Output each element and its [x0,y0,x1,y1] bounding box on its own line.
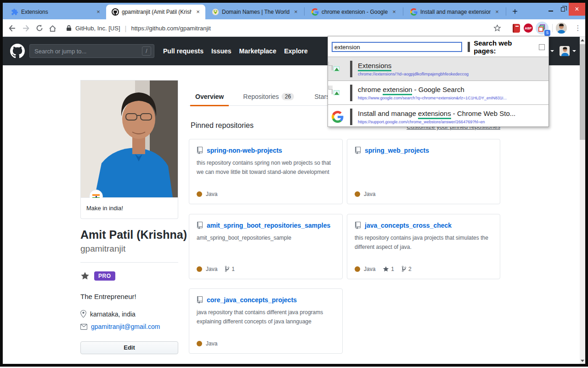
github-avatar[interactable] [560,46,570,56]
godaddy-icon [212,8,219,16]
browser-tab-github-active[interactable]: gpamitranjit (Amit Patil (Krishna [106,5,205,19]
result-title: chrome extension - Google Search [358,86,507,93]
profile-email-link[interactable]: gpamitranjit@gmail.com [91,323,160,330]
dictionary-extension-button[interactable] [511,23,522,34]
tab-separator [506,7,506,16]
security-chip: GitHub, Inc. [US] [75,25,120,32]
forward-icon [22,24,30,32]
search-web-pages-checkbox[interactable] [539,44,545,50]
tab-close-icon[interactable] [292,8,300,16]
pro-badge: PRO [94,271,115,281]
scroll-down-icon[interactable] [580,357,585,364]
browser-toolbar: GitHub, Inc. [US] | https://github.com/g… [3,19,585,37]
home-icon [49,24,57,32]
user-menu-caret-icon[interactable] [572,50,576,52]
profile-photo[interactable] [80,80,178,198]
minimize-icon [548,11,553,12]
github-logo[interactable] [10,44,25,58]
repo-card: java_concepts_cross_check this repositor… [347,214,500,279]
restore-icon [561,7,565,12]
bookmark-star-button[interactable] [492,23,503,34]
forward-button[interactable] [20,23,31,34]
repo-link[interactable]: java_concepts_cross_check [365,222,452,229]
popup-result-webstore-help[interactable]: Install and manage extensions - Chrome W… [328,104,548,128]
slash-key-hint: / [142,46,151,56]
pro-row: PRO [80,271,115,281]
lock-icon [66,25,72,31]
language-dot [197,191,202,197]
popup-search-input[interactable] [332,42,462,52]
repo-link[interactable]: amit_spring_boot_repositories_samples [207,222,330,229]
minimize-button[interactable] [545,3,557,16]
profile-username: gpamitranjit [80,244,125,254]
tab-close-icon[interactable] [194,8,202,16]
repo-link[interactable]: core_java_concepts_projects [207,296,297,304]
repo-icon [197,296,203,304]
tab-close-icon[interactable] [493,8,501,16]
tab-close-icon[interactable] [390,8,398,16]
toolbar-divider [552,24,553,32]
repo-description: this repository contains java projects t… [355,234,492,252]
google-icon [410,8,418,16]
omnibox-separator: | [125,24,127,32]
repo-link[interactable]: spring_web_projects [365,147,429,154]
browser-tab-install-extensions[interactable]: Install and manage extensions - [405,5,504,19]
plus-menu-caret-icon[interactable] [550,50,554,52]
repo-description: java repository that contains different … [197,308,334,327]
repo-language: Java [355,191,375,197]
tab-search-extension-button[interactable]: 5 [536,22,548,34]
tab-search-extension-popup: Search web pages: Extensions chrome://ex… [328,36,549,127]
scroll-up-icon[interactable] [580,37,585,43]
menu-button[interactable]: ⋮ [572,23,583,34]
profile-divider [80,262,178,263]
tab-title: chrome extension - Google Sea [322,9,388,15]
scrollbar-thumb[interactable] [580,44,585,140]
tab-close-icon[interactable] [95,8,102,16]
edit-profile-button[interactable]: Edit [80,341,178,354]
browser-profile-button[interactable] [556,23,567,34]
adblock-extension-button[interactable]: ABP [523,23,534,34]
result-url: https://www.google.com/search?q=chrome+e… [358,96,507,100]
location-pin-icon [80,310,86,318]
github-search-box[interactable]: / [29,44,154,58]
status-text: Make in india! [86,205,123,212]
close-button[interactable] [569,3,585,16]
star-icon [80,271,90,281]
repo-language: Java [355,266,375,272]
language-dot [355,191,360,197]
popup-cursor-bar [468,42,470,52]
nav-marketplace[interactable]: Marketplace [239,47,277,55]
browser-tab-google-search[interactable]: chrome extension - Google Sea [306,5,401,19]
repo-link[interactable]: spring-non-web-projects [207,147,282,154]
address-bar[interactable]: GitHub, Inc. [US] | https://github.com/g… [66,23,211,33]
tab-overview[interactable]: Overview [189,87,230,106]
browser-tab-extensions[interactable]: Extensions [6,5,106,19]
nav-issues[interactable]: Issues [211,47,232,55]
new-tab-button[interactable] [509,6,521,17]
browser-tab-domain-names[interactable]: Domain Names | The World's La [206,5,303,19]
google-icon [332,110,344,124]
repo-card: amit_spring_boot_repositories_samples am… [189,214,343,279]
repo-forks[interactable]: 2 [401,265,412,272]
page-scrollbar[interactable] [580,37,585,364]
profile-status[interactable]: Make in india! [80,198,178,219]
reload-button[interactable] [34,23,45,34]
repo-icon [197,222,203,229]
maximize-button[interactable] [557,3,569,16]
github-search-input[interactable] [34,48,142,55]
nav-pull-requests[interactable]: Pull requests [163,47,204,55]
tab-repositories[interactable]: Repositories 26 [237,87,300,106]
broken-image-icon [332,86,344,100]
repo-forks[interactable]: 1 [225,265,235,272]
popup-result-google-search[interactable]: chrome extension - Google Search https:/… [328,80,548,104]
popup-search-label: Search web pages: [474,39,535,55]
tab-separator [403,7,403,16]
repo-icon [355,222,361,229]
back-button[interactable] [6,23,17,34]
home-button[interactable] [47,23,58,34]
nav-explore[interactable]: Explore [284,47,307,55]
star-icon [383,266,389,272]
repo-stars[interactable]: 1 [383,266,394,272]
popup-result-extensions[interactable]: Extensions chrome://extensions/?id=aogpj… [328,57,548,80]
broken-image-icon [332,62,344,76]
